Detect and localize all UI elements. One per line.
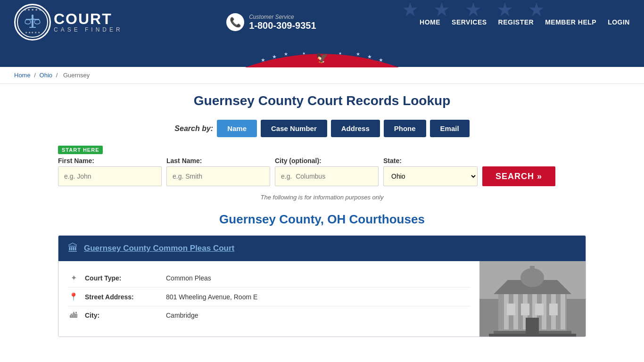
courthouse-details: ✦ Court Type: Common Pleas 📍 Street Addr… — [58, 261, 479, 332]
tab-phone[interactable]: Phone — [384, 120, 426, 137]
svg-rect-34 — [535, 304, 544, 315]
svg-text:★: ★ — [356, 51, 360, 57]
courthouse-image — [479, 261, 586, 337]
street-icon: 📍 — [68, 292, 79, 301]
svg-text:★: ★ — [302, 51, 305, 56]
start-here-badge: START HERE — [58, 146, 103, 154]
svg-rect-6 — [29, 27, 36, 28]
breadcrumb-sep-1: / — [34, 72, 37, 79]
nav-home[interactable]: HOME — [420, 18, 440, 26]
logo-emblem-svg: ★ ★ ★ ★ ★ ★ ★ ★ ★ ★ — [17, 6, 49, 38]
search-by-label: Search by: — [174, 124, 213, 133]
last-name-input[interactable] — [166, 166, 270, 186]
last-name-group: Last Name: — [166, 157, 270, 186]
first-name-group: First Name: — [58, 157, 162, 186]
city-label: City (optional): — [275, 157, 379, 165]
svg-text:🦅: 🦅 — [316, 52, 329, 64]
logo-text: COURT CASE FINDER — [54, 11, 123, 33]
city-group: City (optional): — [275, 157, 379, 186]
state-select[interactable]: Ohio — [383, 166, 478, 186]
svg-text:★: ★ — [261, 57, 265, 63]
main-content: Guernsey County Court Records Lookup Sea… — [44, 84, 600, 356]
logo-court-text: COURT — [54, 11, 123, 26]
header-bottom: ★ ★ ★ ★ ★ ★ 🦅 ★ ★ — [0, 44, 644, 67]
svg-text:★: ★ — [339, 51, 342, 56]
court-type-label: Court Type: — [85, 274, 160, 282]
search-by-row: Search by: Name Case Number Address Phon… — [58, 120, 586, 137]
city-row: 🏙 City: Cambridge — [68, 306, 470, 324]
nav-register[interactable]: REGISTER — [498, 18, 534, 26]
courthouse-card-header: 🏛 Guernsey County Common Pleas Court — [58, 236, 586, 261]
svg-rect-36 — [526, 318, 539, 337]
state-group: State: Ohio — [383, 157, 478, 186]
info-note: The following is for information purpose… — [58, 194, 586, 201]
cs-info: Customer Service 1-800-309-9351 — [249, 14, 316, 31]
courthouse-card: 🏛 Guernsey County Common Pleas Court ✦ C… — [58, 235, 586, 337]
eagle-area: ★ ★ ★ ★ ★ ★ 🦅 ★ ★ — [242, 45, 402, 69]
city-input[interactable] — [275, 166, 379, 186]
court-type-row: ✦ Court Type: Common Pleas — [68, 269, 470, 288]
courthouse-body: ✦ Court Type: Common Pleas 📍 Street Addr… — [58, 261, 586, 337]
cs-label: Customer Service — [249, 14, 316, 20]
svg-rect-32 — [507, 304, 515, 315]
header-top: ★ ★ ★ ★ ★ ★ ★ ★ ★ ★ COURT — [0, 0, 644, 44]
svg-text:★ ★ ★ ★ ★: ★ ★ ★ ★ ★ — [24, 8, 41, 11]
logo-circle: ★ ★ ★ ★ ★ ★ ★ ★ ★ ★ — [14, 4, 51, 41]
nav-services[interactable]: SERVICES — [452, 18, 487, 26]
first-name-label: First Name: — [58, 157, 162, 165]
courthouses-title: Guernsey County, OH Courthouses — [58, 212, 586, 227]
header-stars-decorative: ★ ★ ★ ★ ★ — [402, 0, 550, 19]
tab-case-number[interactable]: Case Number — [261, 120, 327, 137]
city-detail-value: Cambridge — [166, 312, 198, 319]
svg-text:★: ★ — [284, 51, 288, 57]
last-name-label: Last Name: — [166, 157, 270, 165]
logo-case-finder-text: CASE FINDER — [54, 26, 123, 33]
court-type-icon: ✦ — [68, 273, 79, 282]
court-type-value: Common Pleas — [166, 274, 211, 282]
first-name-input[interactable] — [58, 166, 162, 186]
search-button[interactable]: SEARCH » — [482, 166, 555, 186]
site-header: ★ ★ ★ ★ ★ ★ ★ ★ ★ ★ COURT — [0, 0, 644, 67]
breadcrumb-county: Guernsey — [63, 72, 90, 79]
breadcrumb-sep-2: / — [56, 72, 59, 79]
state-label: State: — [383, 157, 478, 165]
street-row: 📍 Street Address: 801 Wheeling Avenue, R… — [68, 288, 470, 306]
svg-text:★: ★ — [272, 54, 277, 59]
tab-email[interactable]: Email — [430, 120, 470, 137]
search-form-container: START HERE First Name: Last Name: City (… — [58, 146, 586, 186]
eagle-banner-svg: ★ ★ ★ ★ ★ ★ 🦅 ★ ★ — [242, 45, 402, 67]
courthouse-photo-svg — [479, 261, 586, 337]
main-nav: HOME SERVICES REGISTER MEMBER HELP LOGIN — [420, 18, 630, 26]
search-form: First Name: Last Name: City (optional): … — [58, 157, 586, 186]
city-icon: 🏙 — [68, 311, 79, 320]
nav-member-help[interactable]: MEMBER HELP — [545, 18, 596, 26]
street-value: 801 Wheeling Avenue, Room E — [166, 293, 257, 301]
logo-area[interactable]: ★ ★ ★ ★ ★ ★ ★ ★ ★ ★ COURT — [14, 4, 123, 41]
svg-rect-35 — [549, 304, 558, 315]
courthouse-icon: 🏛 — [68, 242, 78, 255]
page-title: Guernsey County Court Records Lookup — [58, 93, 586, 108]
svg-text:★: ★ — [367, 54, 372, 59]
cs-phone: 1-800-309-9351 — [249, 20, 316, 31]
tab-address[interactable]: Address — [331, 120, 380, 137]
svg-rect-2 — [32, 15, 33, 27]
breadcrumb-state[interactable]: Ohio — [40, 72, 52, 79]
nav-login[interactable]: LOGIN — [608, 18, 630, 26]
phone-icon: 📞 — [226, 13, 244, 31]
breadcrumb-home[interactable]: Home — [14, 72, 31, 79]
svg-rect-33 — [521, 304, 529, 315]
tab-name[interactable]: Name — [217, 120, 257, 137]
svg-rect-29 — [530, 266, 535, 274]
svg-text:★ ★ ★ ★ ★: ★ ★ ★ ★ ★ — [25, 31, 40, 34]
customer-service: 📞 Customer Service 1-800-309-9351 — [226, 13, 316, 31]
svg-text:★: ★ — [379, 57, 383, 63]
breadcrumb: Home / Ohio / Guernsey — [0, 67, 644, 84]
city-detail-label: City: — [85, 312, 160, 319]
street-label: Street Address: — [85, 293, 160, 301]
courthouse-name-link[interactable]: Guernsey County Common Pleas Court — [84, 244, 234, 253]
